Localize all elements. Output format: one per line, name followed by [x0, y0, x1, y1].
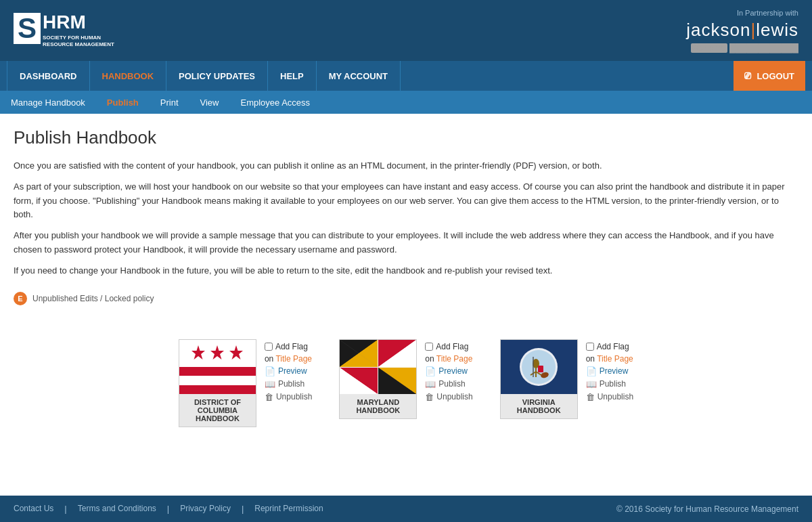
main-nav: DASHBOARD HANDBOOK POLICY UPDATES HELP M… [0, 61, 812, 91]
svg-rect-30 [538, 366, 543, 372]
md-preview-icon: 📄 [425, 366, 436, 376]
dc-unpublish-label: Unpublish [276, 392, 312, 401]
nav-my-account[interactable]: MY ACCOUNT [317, 61, 401, 91]
va-preview-anchor[interactable]: Preview [600, 366, 629, 376]
page-title: Publish Handbook [14, 127, 798, 148]
va-preview-icon: 📄 [586, 366, 597, 376]
va-on-title-row: on Title Page [586, 354, 633, 364]
dc-preview-anchor[interactable]: Preview [278, 366, 307, 376]
partner-area: In Partnership with jackson|lewis Welcom… [686, 9, 798, 53]
va-flag-box: VIRGINIAHANDBOOK [500, 339, 578, 419]
svg-rect-7 [179, 376, 256, 385]
md-preview-anchor[interactable]: Preview [438, 366, 468, 376]
dc-publish-label: Publish [278, 379, 304, 389]
handbook-va: VIRGINIAHANDBOOK Add Flag on Title Page … [500, 339, 633, 427]
dc-add-flag-checkbox[interactable] [265, 343, 273, 351]
md-publish-link[interactable]: 📖 Publish [425, 379, 472, 389]
logo-area: S HRM SOCIETY FOR HUMANRESOURCE MANAGEME… [14, 13, 114, 49]
content-area: Publish Handbook Once you are satisfied … [0, 114, 812, 339]
nav-policy-updates[interactable]: POLICY UPDATES [166, 61, 268, 91]
shrm-society-text: SOCIETY FOR HUMANRESOURCE MANAGEMENT [43, 35, 114, 49]
dc-publish-icon: 📖 [265, 379, 275, 389]
logout-icon: ⎚ [744, 70, 751, 82]
legend-icon: E [14, 292, 27, 305]
md-add-flag-checkbox[interactable] [425, 343, 433, 351]
va-handbook-label: VIRGINIAHANDBOOK [501, 394, 577, 418]
nav-handbook[interactable]: HANDBOOK [90, 61, 167, 91]
dc-title-page-link[interactable]: Title Page [275, 354, 312, 364]
va-unpublish-link[interactable]: 🗑 Unpublish [586, 392, 633, 402]
subnav-view[interactable]: View [196, 97, 223, 108]
md-title-page-link[interactable]: Title Page [436, 354, 473, 364]
va-on-title-label: on Title Page [586, 354, 633, 364]
partner-name: jackson|lewis [686, 20, 798, 41]
partner-label: In Partnership with [686, 9, 798, 17]
md-handbook-label: MARYLANDHANDBOOK [340, 394, 416, 418]
nav-help[interactable]: HELP [268, 61, 317, 91]
dc-unpublish-link[interactable]: 🗑 Unpublish [265, 392, 312, 402]
logout-label: LOGOUT [757, 71, 794, 81]
md-add-flag-label: Add Flag [436, 342, 468, 351]
dc-add-flag-row: Add Flag [265, 342, 312, 351]
va-publish-icon: 📖 [586, 379, 597, 389]
md-add-flag-row: Add Flag [425, 342, 472, 351]
dc-add-flag-label: Add Flag [275, 342, 308, 351]
md-unpublish-label: Unpublish [436, 392, 472, 401]
subnav-manage-handbook[interactable]: Manage Handbook [7, 97, 89, 108]
legend-area: E Unpublished Edits / Locked policy [14, 292, 798, 305]
md-on-title-row: on Title Page [425, 354, 472, 364]
md-unpublish-icon: 🗑 [425, 392, 434, 402]
shrm-s-letter: S [14, 13, 41, 44]
nav-dashboard[interactable]: DASHBOARD [7, 61, 90, 91]
handbooks-area: DISTRICT OFCOLUMBIAHANDBOOK Add Flag on … [0, 339, 812, 454]
va-unpublish-label: Unpublish [597, 392, 633, 401]
va-preview-link[interactable]: 📄 Preview [586, 366, 633, 376]
svg-rect-6 [179, 385, 256, 394]
logout-button[interactable]: ⎚ LOGOUT [734, 61, 805, 91]
subnav-print[interactable]: Print [156, 97, 183, 108]
legend-text: Unpublished Edits / Locked policy [32, 294, 154, 303]
md-actions: Add Flag on Title Page 📄 Preview 📖 Publi… [425, 339, 472, 402]
va-title-page-link[interactable]: Title Page [597, 354, 633, 364]
shrm-right: HRM SOCIETY FOR HUMANRESOURCE MANAGEMENT [43, 13, 114, 49]
shrm-logo: S HRM SOCIETY FOR HUMANRESOURCE MANAGEME… [14, 13, 114, 49]
handbook-dc: DISTRICT OFCOLUMBIAHANDBOOK Add Flag on … [179, 339, 312, 427]
dc-publish-link[interactable]: 📖 Publish [265, 379, 312, 389]
dc-handbook-label: DISTRICT OFCOLUMBIAHANDBOOK [179, 394, 256, 427]
va-flag-svg [501, 340, 577, 394]
dc-flag-box: DISTRICT OFCOLUMBIAHANDBOOK [179, 339, 256, 427]
top-header: S HRM SOCIETY FOR HUMANRESOURCE MANAGEME… [0, 0, 812, 61]
dc-preview-link[interactable]: 📄 Preview [265, 366, 312, 376]
va-publish-link[interactable]: 📖 Publish [586, 379, 633, 389]
md-preview-link[interactable]: 📄 Preview [425, 366, 472, 376]
desc-1: Once you are satisfied with the content … [14, 159, 798, 173]
handbook-md: MARYLANDHANDBOOK Add Flag on Title Page … [339, 339, 472, 427]
subnav-publish[interactable]: Publish [103, 97, 143, 108]
va-add-flag-checkbox[interactable] [586, 343, 594, 351]
va-add-flag-row: Add Flag [586, 342, 633, 351]
dc-flag-image [179, 340, 256, 394]
svg-rect-5 [179, 367, 256, 376]
md-publish-label: Publish [438, 379, 465, 389]
md-flag-box: MARYLANDHANDBOOK [339, 339, 417, 419]
va-publish-label: Publish [600, 379, 626, 389]
dc-unpublish-icon: 🗑 [265, 392, 273, 402]
subnav-employee-access[interactable]: Employee Access [237, 97, 315, 108]
va-actions: Add Flag on Title Page 📄 Preview 📖 Publi… [586, 339, 633, 402]
md-on-title-label: on Title Page [425, 354, 472, 364]
welcome-text: Welcome, ████████████ [686, 43, 798, 53]
sub-nav: Manage Handbook Publish Print View Emplo… [0, 91, 812, 114]
desc-4: If you need to change your Handbook in t… [14, 264, 798, 278]
dc-flag-svg [179, 340, 256, 394]
desc-3: After you publish your handbook we will … [14, 229, 798, 257]
va-unpublish-icon: 🗑 [586, 392, 595, 402]
va-add-flag-label: Add Flag [597, 342, 629, 351]
md-flag-image [340, 340, 416, 394]
dc-actions: Add Flag on Title Page 📄 Preview 📖 Publi… [265, 339, 312, 402]
shrm-hrm-text: HRM [43, 13, 114, 32]
desc-2: As part of your subscription, we will ho… [14, 180, 798, 222]
dc-preview-icon: 📄 [265, 366, 275, 376]
md-publish-icon: 📖 [425, 379, 436, 389]
va-flag-image [501, 340, 577, 394]
md-unpublish-link[interactable]: 🗑 Unpublish [425, 392, 472, 402]
